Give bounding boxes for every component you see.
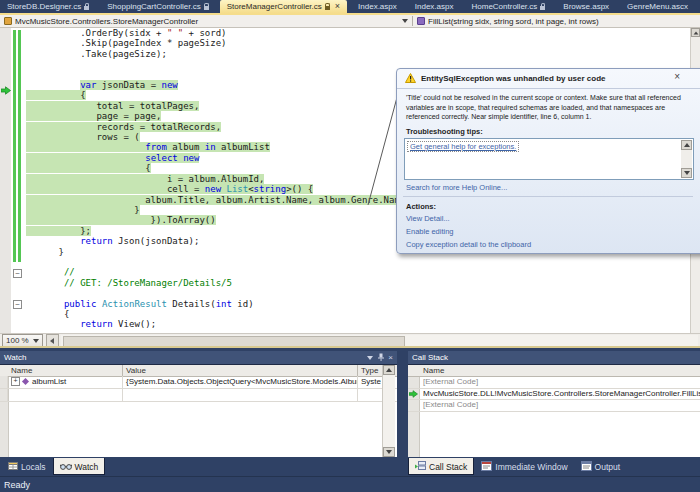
call-stack-panel: Call Stack Name [External Code]MvcMusicS… [408,351,700,457]
call-stack-titlebar[interactable]: Call Stack [408,351,700,364]
class-icon [4,17,12,25]
tool-tab-immediate-window[interactable]: Immediate Window [475,458,573,474]
column-header-name[interactable]: Name [8,365,123,376]
statement-highlight: i = album.AlbumId, [26,174,264,184]
horizontal-scrollbar[interactable] [61,335,698,346]
statement-highlight: var jsonData = new [80,80,178,90]
exception-assistant-dialog: EntitySqlException was unhandled by user… [396,68,700,254]
watch-type-cell: System. [358,376,381,388]
troubleshooting-tips-list[interactable]: Get general help for exceptions. [404,138,694,180]
document-tab[interactable]: HomeController.cs [464,0,552,13]
tool-tab-watch[interactable]: Watch [53,458,106,475]
watch-grid[interactable]: Name Value Type +albumList{System.Data.O… [0,364,397,457]
troubleshooting-tip-link[interactable]: Get general help for exceptions. [407,141,519,152]
scroll-down-button[interactable] [681,168,692,178]
column-header-value[interactable]: Value [123,365,358,376]
code-line: .Skip(pageIndex * pageSize) [0,38,700,48]
dropdown-arrow-icon [402,19,408,23]
watch-panel: Watch × Name Value Type +albumList{Syste… [0,351,397,457]
document-tab[interactable]: Browse.aspx [556,0,616,13]
lock-icon [84,6,89,10]
action-link[interactable]: Copy exception detail to the clipboard [406,240,531,249]
collapse-region-icon[interactable]: – [13,300,22,309]
close-icon[interactable]: × [335,2,340,11]
exception-dialog-title: EntitySqlException was unhandled by user… [421,74,605,83]
watch-titlebar[interactable]: Watch × [0,351,397,364]
collapse-region-icon[interactable]: – [13,269,22,278]
navigation-bar: MvcMusicStore.Controllers.StoreManagerCo… [0,15,700,28]
exception-message: 'Title' could not be resolved in the cur… [406,93,694,122]
window-menu-icon[interactable] [367,354,373,362]
locals-icon [8,461,18,473]
frame-label: [External Code] [423,376,700,388]
document-tab[interactable]: Index.aspx [408,0,461,13]
lock-icon [540,6,545,10]
method-icon [417,17,425,25]
watch-name-cell: +albumList [8,376,123,388]
row-gutter-cell [0,376,8,388]
document-tab[interactable]: StoreDB.Designer.cs [0,0,96,13]
action-link[interactable]: View Detail... [406,214,531,223]
execution-pointer-icon [1,81,11,99]
code-line: .OrderBy(sidx + " " + sord) [0,28,700,38]
scroll-up-button[interactable] [691,28,700,37]
members-dropdown[interactable]: FillList(string sidx, string sord, int p… [413,15,603,27]
watch-icon [60,461,72,473]
tab-label: StoreDB.Designer.cs [7,2,81,11]
expand-icon[interactable]: + [11,377,20,386]
watch-row[interactable] [0,389,397,402]
column-header-type[interactable]: Type [358,365,381,376]
document-tab-bar: StoreDB.Designer.csShoppingCartControlle… [0,0,700,13]
watch-vertical-scrollbar[interactable] [382,365,395,457]
code-line [0,288,700,298]
close-icon[interactable]: × [388,354,393,362]
action-link[interactable]: Enable editing [406,227,531,236]
frame-label: MvcMusicStore.DLL!MvcMusicStore.Controll… [423,388,700,400]
types-dropdown[interactable]: MvcMusicStore.Controllers.StoreManagerCo… [0,15,412,27]
document-tab[interactable]: ShoppingCartController.cs [100,0,215,13]
code-line: { [0,309,700,319]
code-line: // GET: /StoreManager/Details/5 [0,278,700,288]
scroll-up-button[interactable] [383,365,395,375]
statement-highlight: records = totalRecords, [26,122,221,132]
tool-tab-label: Locals [21,462,46,472]
tool-tab-label: Call Stack [429,462,467,472]
tool-tab-locals[interactable]: Locals [2,458,52,474]
tab-label: Browse.aspx [563,2,609,11]
document-tab[interactable]: GenreMenu.ascx [620,0,695,13]
tab-label: Index.aspx [358,2,397,11]
call-stack-title: Call Stack [412,353,448,362]
tool-tab-output[interactable]: Output [575,458,627,474]
tips-scrollbar[interactable] [681,140,692,178]
tool-tab-call-stack[interactable]: Call Stack [408,458,474,475]
statement-highlight: cell = new List<string>() { [26,184,313,194]
tool-tab-label: Immediate Window [495,462,567,472]
status-text: Ready [4,480,30,490]
pin-icon[interactable] [377,353,384,363]
column-header-name[interactable]: Name [419,365,700,376]
watch-row[interactable]: +albumList{System.Data.Objects.ObjectQue… [0,376,397,389]
statement-highlight: from album in albumList [26,142,270,152]
tool-window-area: Watch × Name Value Type +albumList{Syste… [0,348,700,458]
scroll-up-button[interactable] [681,140,692,150]
watch-title: Watch [4,353,26,362]
tool-tab-strip-right: Call StackImmediate WindowOutput [408,458,626,476]
call-stack-grid[interactable]: Name [External Code]MvcMusicStore.DLL!Mv… [408,364,700,457]
watch-name: albumList [32,377,66,386]
row-gutter-cell [0,389,8,401]
statement-highlight: album.Title, album.Artist.Name, album.Ge… [26,195,405,205]
statement-highlight: total = totalPages, [26,101,199,111]
status-bar: Ready [0,476,700,492]
tool-tab-strip-left: LocalsWatch [2,458,105,476]
document-tab[interactable]: StoreManagerController.cs× [220,0,347,13]
tab-label: GenreMenu.ascx [627,2,688,11]
actions-label: Actions: [406,202,436,211]
statement-highlight: { [26,90,86,100]
call-stack-frame[interactable]: [External Code] [408,399,700,412]
close-icon[interactable]: × [674,72,680,82]
statement-highlight: rows = ( [26,132,140,142]
document-tab[interactable]: Index.aspx [351,0,404,13]
search-help-link[interactable]: Search for more Help Online... [406,183,507,192]
scroll-down-button[interactable] [383,447,395,457]
code-editor[interactable]: .OrderBy(sidx + " " + sord) .Skip(pageIn… [0,28,700,333]
